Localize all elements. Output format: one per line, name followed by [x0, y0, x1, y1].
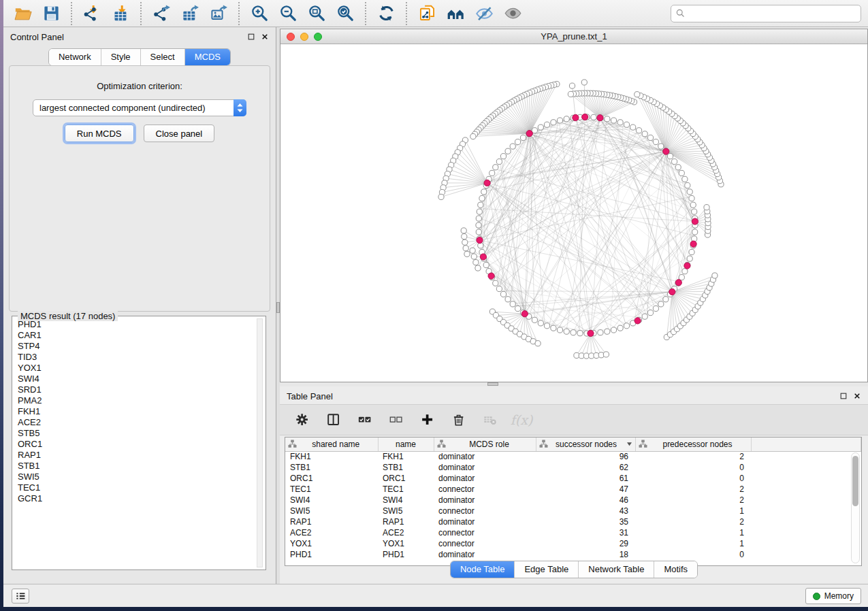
show-all-button[interactable]	[500, 2, 525, 25]
graph-node	[462, 240, 468, 245]
import-table-button[interactable]	[108, 2, 133, 25]
mcds-result-node[interactable]: FKH1	[15, 406, 255, 417]
export-network-button[interactable]	[149, 2, 174, 25]
table-tab-node-table[interactable]: Node Table	[451, 561, 515, 578]
column-header-successor-nodes[interactable]: successor nodes	[536, 437, 635, 451]
table-row[interactable]: YOX1YOX1connector291	[285, 538, 861, 549]
mcds-result-node[interactable]: PMA2	[15, 395, 255, 406]
mcds-result-node[interactable]: ORC1	[15, 439, 255, 450]
hide-selected-button[interactable]	[472, 2, 496, 25]
save-session-button[interactable]	[39, 2, 63, 25]
mcds-result-node[interactable]: RAP1	[15, 450, 255, 461]
table-row[interactable]: PHD1PHD1dominator180	[285, 549, 861, 560]
graph-mcds-node	[684, 263, 690, 269]
graph-node	[464, 251, 470, 257]
graph-mcds-node	[573, 114, 579, 120]
table-row[interactable]: TEC1TEC1connector472	[285, 484, 861, 495]
network-from-selection-button[interactable]	[415, 2, 439, 25]
mcds-result-node[interactable]: TEC1	[15, 482, 255, 493]
scrollbar-thumb[interactable]	[852, 456, 858, 506]
export-image-button[interactable]	[206, 2, 231, 25]
search-icon	[675, 8, 686, 18]
search-box[interactable]	[671, 5, 861, 22]
graph-mcds-node	[692, 218, 698, 225]
network-titlebar[interactable]: YPA_prune.txt_1	[280, 29, 867, 44]
float-panel-icon[interactable]	[247, 33, 255, 41]
split-table-button[interactable]	[325, 411, 342, 429]
graph-node	[630, 125, 636, 130]
app-window: Control Panel NetworkStyleSelectMCDS Opt…	[3, 0, 868, 607]
table-row[interactable]: RAP1RAP1dominator352	[285, 516, 861, 527]
graph-node	[510, 144, 515, 149]
mcds-result-node[interactable]: SWI5	[15, 472, 255, 482]
table-tab-motifs[interactable]: Motifs	[654, 561, 697, 578]
toolbar-separator	[140, 2, 142, 25]
splitter-handle[interactable]	[487, 382, 498, 386]
select-all-icon	[358, 413, 372, 427]
import-network-button[interactable]	[80, 2, 104, 25]
mcds-result-node[interactable]: SWI4	[15, 374, 255, 384]
tab-style[interactable]: Style	[101, 49, 140, 65]
mcds-result-node[interactable]: SRD1	[15, 384, 255, 395]
column-header-name[interactable]: name	[378, 437, 434, 451]
mcds-result-node[interactable]: TID3	[15, 352, 255, 363]
table-row[interactable]: SWI4SWI4dominator462	[285, 495, 861, 506]
table-tab-network-table[interactable]: Network Table	[578, 561, 654, 578]
table-row[interactable]: STB1STB1dominator620	[285, 462, 861, 473]
zoom-selected-button[interactable]	[333, 2, 357, 25]
add-column-button[interactable]	[419, 411, 436, 429]
graph-node	[653, 306, 658, 311]
zoom-fit-button[interactable]	[304, 2, 329, 25]
cell-successor-nodes: 29	[536, 538, 635, 549]
table-settings-button[interactable]	[293, 411, 311, 429]
tab-select[interactable]: Select	[140, 49, 184, 65]
table-scrollbar[interactable]	[851, 452, 860, 563]
table-row[interactable]: ORC1ORC1dominator610	[285, 473, 861, 484]
select-stepper-icon	[234, 99, 246, 116]
search-input[interactable]	[688, 8, 856, 18]
deselect-all-rows-button[interactable]	[387, 411, 405, 429]
result-scrollbar[interactable]	[257, 318, 263, 567]
column-header-predecessor-nodes[interactable]: predecessor nodes	[635, 437, 751, 451]
mcds-result-node[interactable]: STB1	[15, 461, 255, 472]
mcds-result-node[interactable]: YOX1	[15, 363, 255, 374]
graph-node	[500, 154, 506, 159]
close-panel-button[interactable]: Close panel	[144, 125, 215, 142]
task-history-button[interactable]	[12, 589, 29, 604]
cell-name: SWI5	[378, 506, 434, 516]
table-row[interactable]: SWI5SWI5connector431	[285, 506, 861, 516]
close-panel-icon[interactable]	[261, 33, 269, 41]
column-header-shared-name[interactable]: shared name	[285, 437, 378, 451]
cell-name: RAP1	[378, 516, 434, 527]
memory-button[interactable]: Memory	[805, 588, 861, 604]
select-all-rows-button[interactable]	[356, 411, 374, 429]
close-panel-icon[interactable]	[853, 392, 861, 400]
tab-network[interactable]: Network	[49, 49, 101, 65]
open-file-button[interactable]	[10, 2, 35, 25]
mcds-result-node[interactable]: GCR1	[15, 493, 255, 504]
tab-mcds[interactable]: MCDS	[184, 49, 230, 65]
mcds-result-node[interactable]: STB5	[15, 428, 255, 439]
cell-MCDS-role: connector	[434, 527, 536, 538]
mcds-result-node[interactable]: PHD1	[15, 319, 255, 330]
first-neighbors-button[interactable]	[443, 2, 468, 25]
table-tab-edge-table[interactable]: Edge Table	[514, 561, 578, 578]
cell-shared-name: RAP1	[285, 516, 378, 527]
mcds-result-node[interactable]: STP4	[15, 341, 255, 352]
delete-column-button[interactable]	[450, 411, 468, 429]
mcds-result-node[interactable]: CAR1	[15, 330, 255, 341]
network-canvas[interactable]	[280, 44, 867, 382]
graph-node	[682, 176, 688, 182]
optimization-criterion-select[interactable]: largest connected component (undirected)	[33, 99, 246, 116]
run-mcds-button[interactable]: Run MCDS	[65, 125, 134, 142]
float-panel-icon[interactable]	[839, 392, 848, 400]
export-table-button[interactable]	[178, 2, 202, 25]
table-panel-header: Table Panel	[280, 386, 868, 406]
table-row[interactable]: ACE2ACE2connector311	[285, 527, 861, 538]
mcds-result-node[interactable]: ACE2	[15, 417, 255, 428]
apply-layout-button[interactable]	[374, 2, 398, 25]
zoom-in-button[interactable]	[247, 2, 272, 25]
table-row[interactable]: FKH1FKH1dominator962	[285, 451, 861, 462]
zoom-out-button[interactable]	[276, 2, 300, 25]
column-header-MCDS-role[interactable]: MCDS role	[434, 437, 536, 451]
